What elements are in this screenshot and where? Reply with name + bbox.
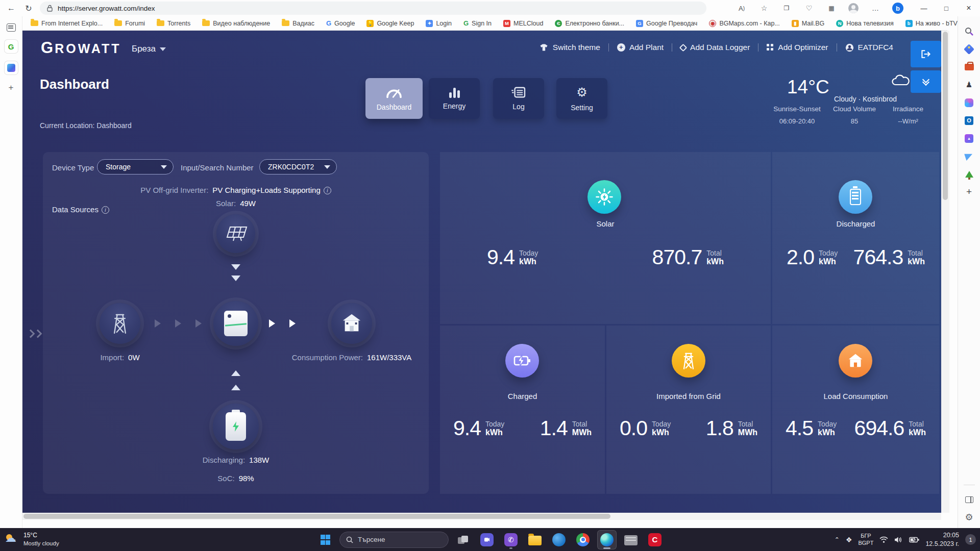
bookmark-item[interactable]: GSign In: [463, 19, 492, 27]
bookmark-item[interactable]: NНова телевизия: [836, 20, 893, 27]
start-button[interactable]: [315, 530, 335, 549]
add-optimizer-button[interactable]: Add Optimizer: [758, 43, 836, 52]
new-tab-button[interactable]: +: [9, 83, 14, 93]
cloud-icon: [890, 73, 911, 88]
horizontal-scrollbar-thumb[interactable]: [23, 514, 610, 519]
thunderbird-button[interactable]: [549, 530, 569, 549]
windows-logo-icon: [321, 535, 330, 544]
sidebar-settings-icon[interactable]: ⚙: [964, 512, 975, 523]
back-icon[interactable]: ←: [4, 2, 18, 15]
sidebar-drop-icon[interactable]: [964, 151, 975, 162]
red-c-icon: [648, 533, 662, 546]
close-button[interactable]: ×: [958, 0, 980, 16]
sidebar-tree-icon[interactable]: [964, 168, 975, 180]
bookmark-item[interactable]: ✦Login: [426, 20, 452, 27]
sidebar-m365-icon[interactable]: [964, 97, 975, 108]
bookmark-item[interactable]: ▮Mail.BG: [792, 20, 824, 27]
bookmark-item[interactable]: GGoogle Преводач: [636, 20, 697, 27]
dropbox-icon[interactable]: ❖: [846, 536, 852, 544]
tray-overflow-icon[interactable]: ⌃: [835, 536, 840, 543]
tab-log[interactable]: Log: [493, 78, 544, 119]
chrome-icon: [576, 533, 590, 546]
browser-essentials-icon[interactable]: ♡: [803, 3, 815, 14]
info-icon[interactable]: [102, 206, 109, 214]
read-aloud-icon[interactable]: A): [736, 3, 747, 14]
tab-dashboard[interactable]: Dashboard: [365, 78, 423, 119]
taskbar-center: Търсене: [315, 530, 665, 549]
vertical-scrollbar-thumb[interactable]: [943, 32, 948, 200]
bookmark-item[interactable]: Torrents: [157, 20, 190, 27]
tab-label: Setting: [571, 104, 593, 112]
sidebar-search-icon[interactable]: [964, 26, 975, 37]
bookmark-item[interactable]: 💡Google Keep: [366, 20, 414, 27]
account-button[interactable]: EATDFC4: [837, 43, 901, 52]
taskbar-weather-widget[interactable]: ☁ 15°C Mostly cloudy: [5, 532, 59, 547]
sidebar-designer-icon[interactable]: [964, 133, 975, 144]
bookmark-item[interactable]: ◉BGMaps.com - Кар...: [709, 20, 779, 27]
chrome-button[interactable]: [573, 530, 593, 549]
collections-icon[interactable]: ❐: [781, 3, 792, 14]
bgmaps-icon: ◉: [709, 20, 716, 27]
tab-energy[interactable]: Energy: [429, 78, 480, 119]
bar-chart-icon: [449, 87, 460, 98]
search-number-dropdown[interactable]: ZRK0CDC0T2: [259, 159, 337, 174]
stat-panel-charged: Charged 9.4 TodaykWh 1.4 TotalMWh: [440, 325, 605, 494]
add-plant-button[interactable]: +Add Plant: [609, 43, 672, 52]
speaker-icon[interactable]: [894, 536, 903, 543]
add-data-logger-button[interactable]: Add Data Logger: [672, 43, 758, 52]
tab-actions-icon[interactable]: [7, 23, 16, 32]
expand-panel-button[interactable]: [28, 331, 41, 337]
task-view-button[interactable]: [453, 530, 473, 549]
wifi-icon[interactable]: [879, 536, 888, 543]
tab-setting[interactable]: Setting: [556, 78, 607, 119]
logout-button[interactable]: [911, 41, 941, 67]
edge-button[interactable]: [597, 530, 617, 549]
bookmark-label: Sign In: [472, 20, 492, 27]
sidebar-add-icon[interactable]: +: [964, 186, 975, 197]
bookmark-item[interactable]: GGoogle: [326, 19, 355, 27]
device-type-dropdown[interactable]: Storage: [97, 159, 174, 174]
sidebar-games-icon[interactable]: ♟: [964, 79, 975, 90]
total-value: 764.3: [853, 245, 903, 269]
notification-badge[interactable]: 1: [965, 534, 976, 545]
clock[interactable]: 20:0512.5.2023 г.: [925, 531, 959, 548]
file-explorer-button[interactable]: [525, 530, 545, 549]
viber-app-button[interactable]: [501, 530, 521, 549]
bookmark-item[interactable]: ЄЕлектронно банки...: [555, 20, 624, 27]
switch-theme-button[interactable]: Switch theme: [531, 43, 608, 52]
taskbar-search[interactable]: Търсене: [339, 532, 449, 548]
sidebar-panel-icon[interactable]: [964, 494, 975, 505]
bookmark-item[interactable]: Forumi: [114, 20, 145, 27]
bing-chat-icon[interactable]: b: [892, 3, 903, 14]
bookmark-item[interactable]: From Internet Explo...: [31, 20, 103, 27]
today-value: 4.5: [786, 416, 813, 440]
settings-menu-icon[interactable]: …: [870, 3, 881, 14]
tab-other[interactable]: [5, 61, 18, 74]
right-gap: [949, 31, 958, 528]
profile-avatar[interactable]: [848, 3, 859, 13]
breadcrumb: Current Location: Dashboard: [40, 121, 132, 130]
tab-growatt[interactable]: G: [5, 40, 18, 53]
plant-selector[interactable]: Бреза: [132, 44, 166, 54]
maximize-button[interactable]: □: [935, 0, 958, 16]
extensions-icon[interactable]: ▦: [826, 3, 837, 14]
bookmark-item[interactable]: MMELCloud: [503, 20, 543, 27]
sidebar-outlook-icon[interactable]: [964, 115, 975, 126]
sidebar-shopping-icon[interactable]: [964, 43, 975, 55]
sidebar-tools-icon[interactable]: [964, 61, 975, 72]
minimize-button[interactable]: —: [913, 0, 935, 16]
battery-icon[interactable]: [909, 537, 919, 543]
info-icon[interactable]: [324, 187, 331, 194]
favorites-star-icon[interactable]: ☆: [758, 3, 770, 14]
weather-sunrise: Sunrise-Sunset06:09-20:40: [765, 105, 829, 125]
address-bar[interactable]: https://server.growatt.com/index: [40, 2, 706, 15]
bookmark-label: Forumi: [125, 20, 145, 27]
collapse-button[interactable]: [911, 70, 941, 93]
refresh-icon[interactable]: ↻: [21, 2, 36, 15]
bookmark-item[interactable]: Вадиас: [282, 20, 314, 27]
bookmark-item[interactable]: Видео наблюдение: [202, 20, 270, 27]
touch-keyboard-button[interactable]: [621, 530, 641, 549]
language-indicator[interactable]: БГРBGPT: [858, 533, 873, 547]
red-c-app-button[interactable]: [645, 530, 665, 549]
meet-app-button[interactable]: [477, 530, 497, 549]
